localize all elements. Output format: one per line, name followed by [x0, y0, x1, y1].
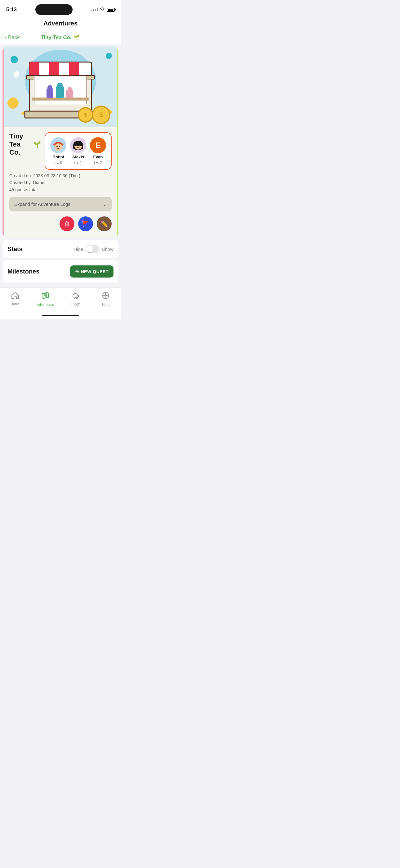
- edit-icon: ✏️: [100, 220, 108, 227]
- back-button[interactable]: ‹ Back: [5, 34, 20, 41]
- status-bar: 5:13: [0, 0, 121, 18]
- created-on: Created on: 2023-03-23 10:36 (Thu.): [9, 172, 112, 179]
- svg-point-11: [47, 85, 53, 90]
- toggle-thumb: [86, 246, 93, 252]
- new-quest-button[interactable]: ⊕ NEW QUEST: [70, 266, 113, 278]
- svg-point-20: [57, 146, 58, 147]
- tab-home[interactable]: Home: [0, 290, 30, 308]
- battery-icon: [107, 8, 115, 12]
- player-name-evan: Evan: [93, 155, 103, 159]
- expand-chevron-icon: ⌄: [103, 201, 107, 207]
- main-content: $ $: [0, 44, 121, 287]
- tab-piggy-label: Piggy: [71, 302, 80, 306]
- alexis-avatar-svg: [70, 137, 86, 153]
- card-title-icon: 🌱: [33, 141, 41, 148]
- players-row: Bobbi Lv. 0: [50, 137, 106, 165]
- nav-title: Tiny Tea Co. 🌱: [20, 34, 100, 41]
- home-indicator-container: [0, 314, 121, 319]
- players-box: Bobbi Lv. 0: [45, 132, 112, 170]
- delete-button[interactable]: 🗑: [60, 216, 74, 231]
- card-title-row: Tiny Tea Co. 🌱: [9, 132, 41, 156]
- svg-point-19: [55, 144, 62, 151]
- milestones-title: Milestones: [7, 268, 39, 275]
- player-level-evan: Lv. 2: [94, 160, 102, 165]
- edit-button[interactable]: ✏️: [97, 216, 112, 231]
- card-body: Bobbi Lv. 0: [4, 127, 116, 238]
- delete-icon: 🗑: [64, 220, 70, 227]
- status-icons: [91, 7, 115, 12]
- svg-point-27: [76, 295, 77, 296]
- signal-icon: [91, 8, 98, 11]
- home-tab-icon: [11, 291, 19, 301]
- flag-icon: 🚩: [82, 220, 90, 227]
- deco-circle-yellow-1: [7, 97, 19, 108]
- player-name-bobbi: Bobbi: [53, 155, 64, 159]
- meta-info: Created on: 2023-03-23 10:36 (Thu.) Crea…: [9, 172, 112, 193]
- svg-rect-6: [69, 62, 79, 76]
- stats-section: Stats Hide Show: [2, 240, 119, 258]
- tab-bar: Home Adventures Piggy: [0, 287, 121, 314]
- bobbi-avatar-svg: [50, 137, 66, 153]
- player-item-evan: E Evan Lv. 2: [90, 137, 106, 165]
- svg-point-25: [79, 145, 80, 146]
- avatar-alexis: [70, 137, 86, 153]
- nav-bar: ‹ Back Tiny Tea Co. 🌱: [0, 31, 121, 44]
- tab-hero[interactable]: Hero: [91, 290, 121, 308]
- back-label: Back: [8, 34, 20, 41]
- new-quest-icon: ⊕: [75, 269, 79, 274]
- deco-circle-teal-2: [106, 53, 112, 59]
- card-right-strip: [116, 46, 119, 238]
- coin-2: $: [92, 105, 110, 124]
- tab-home-label: Home: [10, 302, 20, 306]
- hero-image: $ $: [4, 46, 116, 127]
- player-level-bobbi: Lv. 0: [54, 160, 62, 165]
- status-time: 5:13: [6, 6, 17, 13]
- expand-label: Expand for Adventure Logs: [14, 202, 70, 207]
- flag-button[interactable]: 🚩: [78, 216, 93, 231]
- adventure-card: $ $: [2, 46, 119, 238]
- deco-circle-white: [14, 71, 19, 77]
- hero-tab-icon: [102, 291, 110, 302]
- svg-rect-4: [29, 62, 39, 76]
- svg-point-13: [57, 83, 63, 88]
- player-item-bobbi: Bobbi Lv. 0: [50, 137, 66, 165]
- coin-1: $: [78, 107, 93, 123]
- piggy-tab-icon: [72, 291, 80, 301]
- back-chevron-icon: ‹: [5, 34, 7, 41]
- player-item-alexis: Alexis Lv. 1: [70, 137, 86, 165]
- card-title: Tiny Tea Co.: [9, 132, 31, 156]
- deco-circle-teal-1: [10, 56, 18, 63]
- page-title: Adventures: [43, 20, 77, 27]
- card-content: $ $: [4, 46, 116, 238]
- created-by: Created by: Diane: [9, 179, 112, 186]
- milestones-section: Milestones ⊕ NEW QUEST: [2, 260, 119, 282]
- hide-label: Hide: [74, 247, 84, 252]
- svg-rect-9: [33, 98, 88, 100]
- tab-adventures-label: Adventures: [37, 303, 54, 306]
- svg-rect-5: [49, 62, 59, 76]
- wifi-icon: [100, 7, 105, 12]
- stats-toggle[interactable]: [86, 245, 99, 253]
- stats-title: Stats: [7, 246, 23, 253]
- tab-adventures[interactable]: Adventures: [30, 290, 61, 308]
- player-level-alexis: Lv. 1: [74, 160, 82, 165]
- quests-total: 45 quests total.: [9, 186, 112, 193]
- svg-point-15: [68, 87, 72, 91]
- show-label: Show: [102, 247, 113, 252]
- stats-toggle-row: Hide Show: [74, 245, 113, 253]
- page-header: Adventures: [0, 18, 121, 31]
- avatar-bobbi: [50, 137, 66, 153]
- player-name-alexis: Alexis: [72, 155, 84, 159]
- dynamic-island: [35, 4, 72, 15]
- avatar-evan: E: [90, 137, 106, 153]
- home-indicator: [42, 315, 79, 316]
- svg-point-24: [76, 145, 77, 146]
- evan-initial: E: [95, 141, 100, 150]
- new-quest-label: NEW QUEST: [81, 269, 108, 274]
- adventures-tab-icon: [41, 291, 49, 302]
- tab-piggy[interactable]: Piggy: [61, 290, 91, 308]
- expand-adventure-logs-button[interactable]: Expand for Adventure Logs ⌄: [9, 197, 112, 211]
- svg-point-21: [59, 146, 60, 147]
- action-row: 🗑 🚩 ✏️: [9, 216, 112, 232]
- tab-hero-label: Hero: [102, 303, 109, 306]
